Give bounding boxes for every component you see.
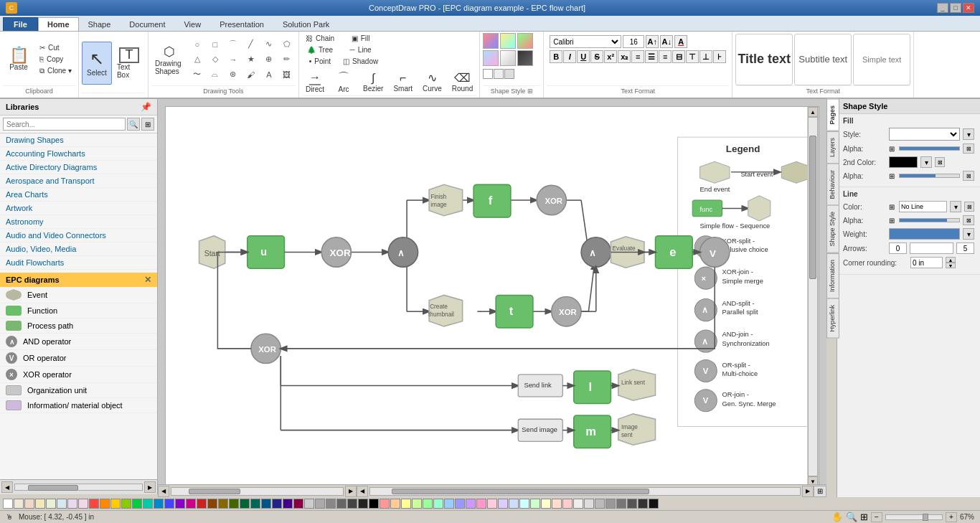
round-button[interactable]: ⌫ Round: [448, 69, 476, 95]
color-swatch-lightgray[interactable]: [304, 499, 314, 509]
fill-style-dropdown[interactable]: ▾: [963, 128, 974, 140]
tree-button[interactable]: 🌲 Tree: [303, 44, 336, 55]
copy-button[interactable]: ⎘ Copy: [36, 54, 75, 65]
canvas-area[interactable]: Legend Start event End event func Simple…: [158, 99, 826, 494]
color-swatch-verydarkgray[interactable]: [347, 499, 357, 509]
ellipse-tool[interactable]: ○: [189, 37, 206, 52]
color-swatch-teal[interactable]: [143, 499, 153, 509]
color-swatch-darkred[interactable]: [197, 499, 207, 509]
second-color-swatch[interactable]: [889, 156, 918, 168]
color-swatch-lightergray[interactable]: [584, 499, 594, 509]
hand-tool-icon[interactable]: ✋: [831, 512, 843, 522]
color-swatch-paleorange[interactable]: [552, 499, 562, 509]
color-swatch-brown[interactable]: [207, 499, 217, 509]
title-style-box[interactable]: Title text: [735, 34, 793, 85]
font-family-select[interactable]: Calibri: [550, 35, 621, 48]
align-center-btn[interactable]: ☰: [645, 50, 658, 63]
epc-item-org-unit[interactable]: Organization unit: [0, 383, 157, 398]
lib-item-accounting[interactable]: Accounting Flowcharts: [0, 147, 157, 161]
color-swatch-verydark[interactable]: [649, 499, 659, 509]
fill-alpha-reset[interactable]: ⊠: [963, 143, 974, 154]
second-alpha-slider[interactable]: [899, 174, 960, 178]
left-panel-scrollbar[interactable]: [14, 484, 143, 491]
color-swatch-slategray[interactable]: [606, 499, 616, 509]
style-swatch-3[interactable]: [517, 33, 533, 49]
underline-btn[interactable]: U: [577, 50, 590, 63]
smart-button[interactable]: ⌐ Smart: [390, 70, 416, 95]
align-left-btn[interactable]: ≡: [631, 50, 644, 63]
paint-tool[interactable]: 🖌: [242, 67, 260, 82]
color-swatch-nearwhite[interactable]: [573, 499, 583, 509]
color-swatch-darkgray[interactable]: [336, 499, 347, 509]
paste-button[interactable]: 📋 Paste: [3, 38, 34, 81]
superscript-btn[interactable]: x²: [604, 50, 617, 63]
lib-item-astronomy[interactable]: Astronomy: [0, 215, 157, 229]
fit-page-icon[interactable]: ⊞: [860, 512, 868, 522]
color-swatch-silver[interactable]: [595, 499, 605, 509]
font-size-input[interactable]: [623, 35, 644, 48]
arrows-left-input[interactable]: [889, 242, 907, 254]
epc-item-function[interactable]: Function: [0, 303, 157, 319]
zoom-out-btn[interactable]: −: [871, 512, 882, 522]
color-swatch-lightcyan[interactable]: [519, 499, 529, 509]
color-swatch-mint[interactable]: [46, 499, 56, 509]
color-swatch-white[interactable]: [3, 499, 13, 509]
style-swatch-2[interactable]: [500, 33, 516, 49]
tab-hyperlink[interactable]: Hyperlink: [826, 298, 839, 339]
font-grow-btn[interactable]: A↑: [646, 35, 659, 48]
underline-format-btn[interactable]: [504, 69, 514, 79]
second-color-reset[interactable]: ⊠: [935, 157, 945, 167]
lib-item-artwork[interactable]: Artwork: [0, 202, 157, 215]
arrows-right-input[interactable]: [956, 242, 974, 254]
color-swatch-darkmagenta[interactable]: [293, 499, 303, 509]
style-swatch-5[interactable]: [500, 50, 516, 66]
tab-document[interactable]: Document: [120, 17, 174, 31]
canvas-fit-btn[interactable]: ⊞: [814, 486, 826, 497]
color-swatch-skyblue[interactable]: [57, 499, 67, 509]
curve-button[interactable]: ∿ Curve: [419, 69, 446, 95]
color-swatch-darkpurple[interactable]: [283, 499, 293, 509]
lib-item-drawing-shapes[interactable]: Drawing Shapes: [0, 133, 157, 147]
color-swatch-black[interactable]: [369, 499, 379, 509]
style-swatch-6[interactable]: [517, 50, 533, 66]
tab-shape-style[interactable]: Shape Style: [826, 205, 839, 253]
canvas-scroll-left-btn[interactable]: ◀: [158, 486, 169, 497]
epc-item-xor-operator[interactable]: × XOR operator: [0, 367, 157, 383]
color-swatch-hotpink[interactable]: [476, 499, 486, 509]
color-swatch-verydarkblue[interactable]: [272, 499, 282, 509]
close-btn[interactable]: ✕: [963, 3, 974, 13]
left-panel-scroll-left[interactable]: ◀: [1, 481, 13, 493]
tab-information[interactable]: Information: [826, 253, 839, 298]
color-swatch-cream2[interactable]: [35, 499, 45, 509]
color-swatch-lavender[interactable]: [67, 499, 77, 509]
canvas-hscroll[interactable]: [171, 487, 344, 496]
strikethrough-btn[interactable]: S: [590, 50, 603, 63]
diamond-tool[interactable]: ◇: [207, 52, 224, 67]
color-swatch-periwinkle[interactable]: [509, 499, 519, 509]
line-color-dropdown[interactable]: ▾: [950, 201, 961, 212]
tab-layers[interactable]: Layers: [826, 131, 839, 164]
color-swatch-lightyellow[interactable]: [401, 499, 411, 509]
fill-button[interactable]: ▣ Fill: [348, 33, 374, 44]
color-swatch-magenta[interactable]: [186, 499, 196, 509]
subscript-btn[interactable]: x₂: [618, 50, 631, 63]
search-button[interactable]: 🔍: [127, 118, 140, 131]
spiral-tool[interactable]: ⊕: [260, 52, 278, 67]
line-weight-dropdown[interactable]: ▾: [963, 228, 974, 240]
line-alpha-reset[interactable]: ⊠: [963, 215, 974, 225]
image-tool[interactable]: 🖼: [278, 67, 296, 82]
library-search-input[interactable]: [3, 118, 126, 131]
font-color-btn[interactable]: A: [674, 35, 687, 48]
lib-item-audio-media[interactable]: Audio, Video, Media: [0, 242, 157, 256]
tab-shape[interactable]: Shape: [79, 17, 121, 31]
text-tool2[interactable]: A: [260, 67, 278, 82]
italic-btn[interactable]: I: [563, 50, 576, 63]
epc-item-event[interactable]: Event: [0, 287, 157, 303]
shadow-button[interactable]: ◫ Shadow: [339, 56, 382, 67]
canvas-scroll-right-btn[interactable]: ▶: [345, 486, 357, 497]
color-swatch-palegreen[interactable]: [530, 499, 540, 509]
second-color-dropdown[interactable]: ▾: [920, 156, 932, 168]
color-swatch-violet[interactable]: [466, 499, 476, 509]
chain-button[interactable]: ⛓ Chain: [302, 33, 338, 44]
zoom-slider[interactable]: [885, 514, 943, 520]
